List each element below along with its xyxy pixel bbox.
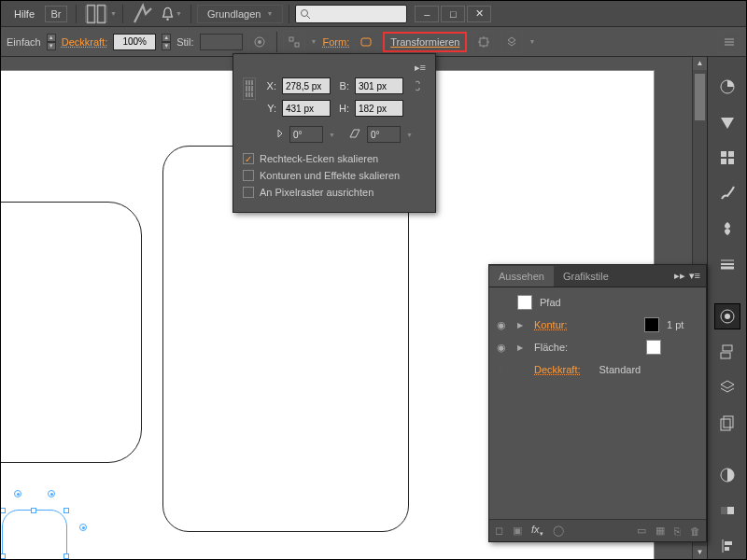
options-menu-icon[interactable] (718, 31, 740, 53)
transparency-panel-icon[interactable] (714, 462, 740, 488)
new-fill-icon[interactable]: ▦ (655, 525, 665, 537)
graphic-styles-icon[interactable] (714, 339, 740, 365)
selection-handle[interactable] (0, 508, 6, 513)
no-selection-icon[interactable]: ◻ (495, 525, 503, 537)
maximize-button[interactable]: □ (441, 6, 465, 22)
expand-icon[interactable]: ▶ (517, 321, 527, 329)
appearance-opacity-row[interactable]: ◉ Deckkraft: Standard (489, 358, 706, 381)
notifications-icon[interactable]: ▼ (160, 6, 182, 22)
recolor-icon[interactable] (248, 31, 271, 53)
layers-panel-icon[interactable] (714, 374, 740, 400)
artboards-panel-icon[interactable] (714, 410, 740, 436)
shape-label[interactable]: Form: (323, 36, 350, 48)
panel-collapse-icon[interactable]: ▸≡ (415, 62, 426, 73)
tab-appearance[interactable]: Aussehen (489, 266, 554, 287)
arrange-documents-button[interactable] (85, 6, 107, 22)
color-guide-icon[interactable] (714, 109, 740, 135)
gpu-icon[interactable] (132, 6, 154, 22)
menu-help[interactable]: Hilfe (7, 5, 42, 23)
corner-widget[interactable] (14, 490, 21, 497)
shear-input[interactable] (367, 126, 401, 143)
corner-widget[interactable] (79, 524, 87, 531)
svg-rect-30 (724, 416, 733, 427)
align-panel-icon[interactable] (714, 533, 740, 559)
toggle-icon[interactable]: ◯ (553, 525, 564, 537)
svg-rect-9 (361, 38, 371, 46)
rotate-input[interactable] (289, 126, 323, 143)
scale-corners-checkbox[interactable]: ✓Rechteck-Ecken skalieren (243, 150, 426, 167)
svg-rect-10 (480, 38, 487, 46)
opacity-label[interactable]: Deckkraft: (62, 36, 108, 48)
opacity-input[interactable] (113, 34, 156, 50)
opacity-stepper[interactable]: ▲▼ (162, 34, 171, 50)
style-dropdown[interactable] (200, 34, 243, 50)
swatches-panel-icon[interactable] (714, 145, 740, 171)
gradient-panel-icon[interactable] (714, 497, 740, 524)
search-input[interactable] (295, 5, 407, 23)
reference-point-grid[interactable] (243, 77, 256, 100)
rotate-icon (273, 128, 284, 141)
fx-button[interactable]: fx▾ (531, 524, 543, 538)
shape-icon[interactable] (355, 31, 377, 53)
svg-rect-19 (721, 151, 726, 157)
brushes-panel-icon[interactable] (714, 180, 740, 206)
svg-rect-8 (295, 43, 299, 47)
svg-point-6 (258, 40, 261, 44)
svg-point-27 (725, 314, 730, 319)
appearance-path-row: Pfad (489, 291, 706, 314)
selected-shape[interactable] (2, 510, 67, 560)
svg-rect-7 (289, 37, 293, 41)
panel-collapse-icon[interactable]: ▸▸ (674, 270, 685, 282)
scroll-down-arrow[interactable]: ▼ (693, 546, 707, 559)
delete-icon[interactable]: 🗑 (690, 525, 700, 537)
scroll-thumb[interactable] (695, 74, 705, 120)
visibility-icon[interactable]: ◉ (497, 342, 510, 354)
panel-menu-icon[interactable]: ▾≡ (689, 270, 700, 282)
x-input[interactable] (282, 77, 331, 94)
profile-label: Einfach (7, 36, 41, 48)
scale-strokes-checkbox[interactable]: Konturen und Effekte skalieren (243, 167, 426, 184)
workspace-switcher[interactable]: Grundlagen ▼ (197, 5, 283, 23)
expand-icon[interactable]: ▶ (517, 343, 527, 352)
svg-line-4 (307, 16, 310, 19)
appearance-fill-row[interactable]: ◉ ▶ Fläche: (489, 336, 706, 358)
selection-handle[interactable] (0, 553, 6, 559)
bridge-button[interactable]: Br (45, 6, 67, 22)
selection-handle[interactable] (63, 553, 69, 559)
appearance-panel-icon[interactable] (714, 303, 740, 329)
height-input[interactable] (355, 100, 403, 117)
width-input[interactable] (355, 77, 403, 94)
svg-rect-29 (721, 353, 730, 358)
svg-point-2 (166, 18, 168, 20)
svg-rect-31 (721, 419, 730, 430)
path-swatch[interactable] (517, 295, 532, 310)
transform-button[interactable]: Transformieren (383, 32, 467, 52)
selection-handle[interactable] (31, 508, 36, 513)
close-button[interactable]: ✕ (467, 6, 491, 22)
svg-rect-37 (725, 547, 729, 551)
stroke-panel-icon[interactable] (714, 251, 740, 277)
clear-icon[interactable]: ▣ (513, 525, 522, 537)
fill-swatch[interactable] (646, 340, 661, 355)
align-pixel-grid-checkbox[interactable]: An Pixelraster ausrichten (243, 184, 426, 201)
align-icon[interactable] (283, 31, 305, 53)
selection-handle[interactable] (63, 508, 69, 513)
profile-stepper[interactable]: ▲▼ (47, 34, 56, 50)
stroke-swatch[interactable] (644, 317, 659, 332)
symbols-panel-icon[interactable] (714, 216, 740, 242)
isolate-icon[interactable] (472, 31, 495, 53)
color-panel-icon[interactable] (714, 74, 740, 100)
tab-graphic-styles[interactable]: Grafikstile (554, 266, 618, 287)
scroll-up-arrow[interactable]: ▲ (693, 57, 707, 70)
appearance-stroke-row[interactable]: ◉ ▶ Kontur: 1 pt (489, 314, 706, 336)
y-input[interactable] (282, 100, 331, 117)
constrain-proportions-icon[interactable] (409, 77, 426, 94)
svg-rect-0 (88, 5, 95, 22)
visibility-icon[interactable]: ◉ (497, 319, 510, 331)
new-stroke-icon[interactable]: ▭ (637, 525, 646, 537)
arrange-icon[interactable] (500, 31, 523, 53)
minimize-button[interactable]: – (415, 6, 439, 22)
corner-widget[interactable] (48, 490, 55, 497)
duplicate-icon[interactable]: ⎘ (674, 525, 681, 537)
rounded-rect-1[interactable] (0, 202, 142, 463)
